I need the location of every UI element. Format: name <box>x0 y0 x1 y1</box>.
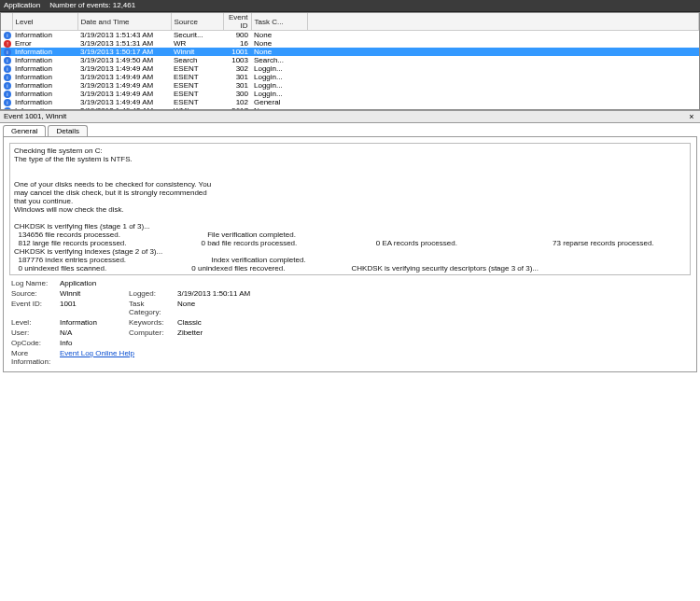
moreinfo-link[interactable]: Event Log Online Help <box>60 349 134 357</box>
cell-source: Search <box>171 56 223 64</box>
info-icon: i <box>4 99 11 106</box>
cell-cat: None <box>251 48 307 56</box>
event-count: Number of events: 12,461 <box>49 0 135 11</box>
cell-level: Information <box>12 90 77 98</box>
cell-level: Information <box>12 56 77 64</box>
cell-id: 5617 <box>223 106 251 109</box>
table-row[interactable]: iInformation3/19/2013 1:49:49 AMESENT102… <box>1 98 699 106</box>
cell-cat: None <box>251 106 307 109</box>
table-row[interactable]: iInformation3/19/2013 1:50:17 AMWinnit10… <box>1 48 699 56</box>
cell-date: 3/19/2013 1:49:50 AM <box>77 56 171 64</box>
event-grid-body[interactable]: iInformation3/19/2013 1:51:43 AMSecurit.… <box>1 31 699 109</box>
source-label: Source: <box>11 289 56 298</box>
cell-level: Information <box>12 106 77 109</box>
keywords-value: Classic <box>177 318 280 327</box>
cell-id: 900 <box>223 31 251 39</box>
cell-source: Winnit <box>171 48 223 56</box>
computer-value: Zibetter <box>177 328 280 337</box>
user-label: User: <box>11 328 56 337</box>
info-icon: i <box>4 65 11 73</box>
table-row[interactable]: iInformation3/19/2013 1:49:49 AMESENT301… <box>1 73 699 81</box>
cell-id: 16 <box>223 39 251 48</box>
taskcat-label: Task Category: <box>129 300 174 316</box>
cell-id: 102 <box>223 98 251 106</box>
cell-source: Securit... <box>171 31 223 39</box>
error-icon: ! <box>4 40 11 48</box>
info-icon: i <box>4 107 11 109</box>
detail-title: Event 1001, Winnit <box>4 111 66 122</box>
cell-source: WR <box>171 39 223 48</box>
tab-details[interactable]: Details <box>48 125 87 136</box>
cell-level: Information <box>12 81 77 90</box>
cell-cat: Loggin... <box>251 81 307 90</box>
taskcat-value: None <box>177 300 280 316</box>
table-row[interactable]: iInformation3/19/2013 1:51:43 AMSecurit.… <box>1 31 699 39</box>
info-icon: i <box>4 91 11 98</box>
col-level[interactable]: Level <box>12 13 77 31</box>
event-description[interactable]: Checking file system on C: The type of t… <box>9 143 691 275</box>
cell-cat: None <box>251 31 307 39</box>
info-icon: i <box>4 74 11 81</box>
app-name: Application <box>4 0 40 11</box>
detail-tabs: General Details <box>3 125 697 136</box>
cell-date: 3/19/2013 1:51:43 AM <box>77 31 171 39</box>
cell-cat: Search... <box>251 56 307 64</box>
opcode-label: OpCode: <box>11 339 56 347</box>
cell-id: 301 <box>223 73 251 81</box>
cell-cat: None <box>251 39 307 48</box>
keywords-label: Keywords: <box>129 318 174 327</box>
eventid-label: Event ID: <box>11 300 56 316</box>
table-row[interactable]: iInformation3/19/2013 1:49:49 AMESENT300… <box>1 90 699 98</box>
cell-id: 1003 <box>223 56 251 64</box>
table-row[interactable]: iInformation3/19/2013 1:49:49 AMESENT302… <box>1 64 699 73</box>
cell-id: 302 <box>223 64 251 73</box>
col-cat[interactable]: Task C... <box>251 13 307 31</box>
cell-level: Information <box>12 98 77 106</box>
cell-date: 3/19/2013 1:49:49 AM <box>77 81 171 90</box>
detail-header: Event 1001, Winnit × <box>0 110 700 123</box>
col-source[interactable]: Source <box>171 13 223 31</box>
cell-cat: Loggin... <box>251 64 307 73</box>
table-row[interactable]: iInformation3/19/2013 1:49:49 AMESENT301… <box>1 81 699 90</box>
detail-pane: Checking file system on C: The type of t… <box>3 136 697 372</box>
moreinfo-label: More Information: <box>11 349 56 366</box>
cell-source: WMI <box>171 106 223 109</box>
info-icon: i <box>4 57 11 64</box>
cell-date: 3/19/2013 1:51:31 AM <box>77 39 171 48</box>
eventid-value: 1001 <box>60 300 125 316</box>
cell-level: Information <box>12 73 77 81</box>
logname-value: Application <box>60 279 125 287</box>
table-row[interactable]: iInformation3/19/2013 1:49:43 AMWMI5617N… <box>1 106 699 109</box>
cell-cat: Loggin... <box>251 90 307 98</box>
cell-cat: Loggin... <box>251 73 307 81</box>
cell-date: 3/19/2013 1:49:49 AM <box>77 73 171 81</box>
cell-date: 3/19/2013 1:49:49 AM <box>77 90 171 98</box>
cell-source: ESENT <box>171 90 223 98</box>
col-icon[interactable] <box>1 13 12 31</box>
info-icon: i <box>4 49 11 56</box>
opcode-value: Info <box>60 339 125 347</box>
logged-value: 3/19/2013 1:50:11 AM <box>177 289 280 298</box>
cell-source: ESENT <box>171 64 223 73</box>
col-id[interactable]: Event ID <box>223 13 251 31</box>
info-icon: i <box>4 82 11 90</box>
level-value: Information <box>60 318 125 327</box>
user-value: N/A <box>60 328 125 337</box>
cell-date: 3/19/2013 1:50:17 AM <box>77 48 171 56</box>
cell-date: 3/19/2013 1:49:49 AM <box>77 64 171 73</box>
cell-date: 3/19/2013 1:49:49 AM <box>77 98 171 106</box>
table-row[interactable]: iInformation3/19/2013 1:49:50 AMSearch10… <box>1 56 699 64</box>
cell-level: Information <box>12 64 77 73</box>
close-icon[interactable]: × <box>687 111 696 122</box>
tab-general[interactable]: General <box>3 125 46 136</box>
info-icon: i <box>4 32 11 39</box>
col-date[interactable]: Date and Time <box>77 13 171 31</box>
source-value: Winnit <box>60 289 125 298</box>
cell-date: 3/19/2013 1:49:43 AM <box>77 106 171 109</box>
column-header-row[interactable]: Level Date and Time Source Event ID Task… <box>1 13 699 31</box>
level-label: Level: <box>11 318 56 327</box>
table-row[interactable]: !Error3/19/2013 1:51:31 AMWR16None <box>1 39 699 48</box>
cell-source: ESENT <box>171 98 223 106</box>
cell-id: 1001 <box>223 48 251 56</box>
event-grid: Level Date and Time Source Event ID Task… <box>0 12 700 110</box>
